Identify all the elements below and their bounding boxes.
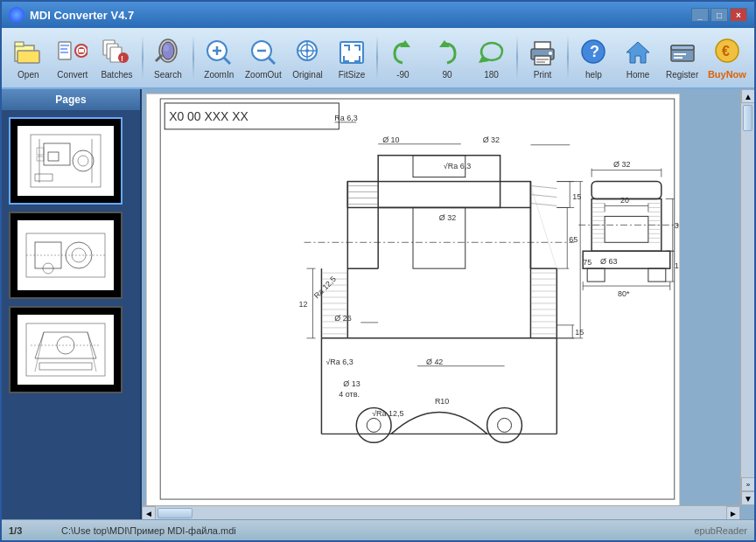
home-button[interactable]: Home (617, 31, 660, 84)
zoomin-icon (203, 37, 234, 68)
help-button[interactable]: ? help (572, 31, 615, 84)
buynow-label: BuyNow (708, 69, 746, 80)
svg-rect-69 (18, 315, 114, 385)
original-button[interactable]: Original (286, 31, 329, 84)
svg-rect-47 (674, 53, 686, 55)
svg-text:Ø 10: Ø 10 (382, 136, 399, 144)
svg-rect-1 (15, 42, 24, 46)
svg-rect-5 (60, 48, 67, 50)
page-thumb-inner-1 (18, 126, 114, 196)
open-label: Open (18, 70, 38, 80)
scrollbar-htrack (156, 506, 726, 519)
svg-rect-46 (671, 45, 694, 50)
svg-text:65: 65 (569, 235, 578, 244)
separator-5 (567, 36, 569, 80)
doc-scroll-area[interactable]: Х0 00 ХХХ ХХ Ra 6,3 Ø 10 √Ra 6,3 (142, 89, 754, 519)
close-button[interactable]: × (730, 8, 747, 22)
svg-point-41 (549, 52, 552, 55)
page-thumb-3[interactable] (9, 306, 122, 393)
zoomout-button[interactable]: ZoomOut (242, 31, 285, 84)
print-button[interactable]: Print (522, 31, 564, 84)
pages-panel: Pages (2, 89, 142, 519)
svg-text:€: € (722, 44, 730, 59)
svg-rect-51 (18, 126, 114, 196)
original-label: Original (292, 70, 322, 80)
svg-text:√Ra 6,3: √Ra 6,3 (444, 162, 471, 170)
svg-text:Ø 26: Ø 26 (334, 314, 351, 323)
zoomin-button[interactable]: ZoomIn (198, 31, 241, 84)
svg-text:√Ra 12,5: √Ra 12,5 (372, 409, 403, 418)
separator-1 (142, 36, 144, 80)
convert-button[interactable]: . Convert (52, 31, 94, 84)
titlebar-left: MDI Converter V4.7 (9, 7, 134, 23)
convert-icon: . (57, 37, 88, 68)
register-icon (667, 37, 698, 68)
zoomout-label: ZoomOut (245, 70, 282, 80)
help-label: help (585, 70, 602, 80)
separator-2 (192, 36, 194, 80)
fitsize-icon (336, 37, 368, 68)
home-icon (622, 37, 654, 68)
svg-rect-2 (18, 51, 39, 63)
doc-area: Х0 00 ХХХ ХХ Ra 6,3 Ø 10 √Ra 6,3 (142, 89, 754, 519)
rot-180-icon (476, 37, 508, 68)
scrollbar-up-button[interactable]: ▲ (741, 89, 754, 103)
svg-rect-6 (60, 52, 68, 53)
statusbar: 1/3 C:\Use top\MDI\Пример MDI-файла.mdi … (2, 519, 754, 540)
register-button[interactable]: Register (661, 31, 704, 84)
buynow-icon: € (711, 36, 743, 67)
scrollbar-down-button[interactable]: ▼ (741, 491, 754, 505)
svg-text:15: 15 (572, 192, 581, 201)
minimize-button[interactable]: _ (691, 8, 709, 22)
pages-list (2, 110, 140, 519)
scrollbar-fastforward-button[interactable]: » (741, 477, 754, 491)
scrollbar-horizontal[interactable]: ◄ ► (142, 505, 740, 519)
svg-text:30: 30 (675, 221, 680, 230)
register-label: Register (666, 70, 698, 80)
open-button[interactable]: Open (7, 31, 50, 84)
page-thumb-2[interactable] (9, 212, 122, 299)
open-icon (12, 37, 44, 68)
svg-rect-39 (536, 59, 549, 60)
scrollbar-hthumb[interactable] (158, 508, 192, 518)
buynow-button[interactable]: € BuyNow (705, 31, 749, 84)
page-thumb-1[interactable] (9, 117, 122, 205)
print-label: Print (534, 70, 552, 80)
svg-text:80*: 80* (618, 289, 630, 298)
svg-text:Ø 13: Ø 13 (343, 379, 360, 388)
svg-text:.: . (78, 47, 80, 56)
scrollbar-vertical[interactable]: ▲ » ▼ (740, 89, 754, 505)
pages-header: Pages (2, 89, 140, 110)
svg-text:!: ! (121, 54, 123, 63)
convert-label: Convert (57, 70, 88, 80)
svg-text:?: ? (590, 43, 599, 60)
svg-line-26 (269, 58, 275, 64)
scrollbar-left-button[interactable]: ◄ (142, 506, 156, 519)
svg-text:Ø 32: Ø 32 (483, 136, 500, 144)
scrollbar-right-button[interactable]: ► (726, 506, 740, 519)
svg-text:Ø 32: Ø 32 (439, 213, 456, 222)
separator-4 (516, 36, 518, 80)
rot-180-button[interactable]: 180 (470, 31, 513, 84)
svg-text:12: 12 (299, 300, 308, 309)
maximize-button[interactable]: □ (710, 8, 728, 22)
scrollbar-thumb[interactable] (743, 105, 752, 131)
svg-point-17 (162, 42, 174, 59)
app-icon (9, 7, 24, 23)
page-thumb-inner-2 (18, 220, 114, 290)
search-button[interactable]: Search (147, 31, 190, 84)
rot-neg90-label: -90 (396, 70, 409, 80)
search-label: Search (154, 70, 182, 80)
rot-90-button[interactable]: 90 (426, 31, 469, 84)
svg-text:Ra 6,3: Ra 6,3 (334, 114, 357, 122)
svg-rect-40 (536, 61, 545, 63)
zoomout-icon (248, 37, 279, 68)
rot-neg90-button[interactable]: -90 (382, 31, 424, 84)
fitsize-button[interactable]: FitSize (331, 31, 374, 84)
batches-label: Batches (101, 70, 132, 80)
batches-button[interactable]: ! Batches (95, 31, 138, 84)
status-path: C:\Use top\MDI\Пример MDI-файла.mdi (61, 525, 677, 536)
zoomin-label: ZoomIn (204, 70, 234, 80)
status-pages: 1/3 (9, 525, 61, 536)
svg-text:Х0  00  ХХХ  ХХ: Х0 00 ХХХ ХХ (169, 109, 248, 123)
